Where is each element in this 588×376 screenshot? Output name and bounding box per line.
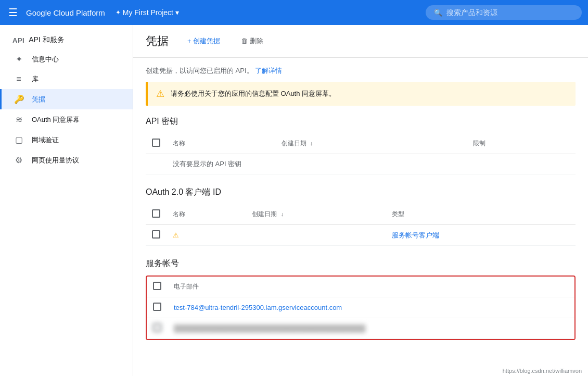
- sidebar-item-label: 信息中心: [32, 55, 59, 64]
- sidebar-api-label: API: [12, 36, 24, 44]
- sidebar-item-label: 凭据: [32, 95, 45, 104]
- sidebar-item-label: 库: [32, 74, 39, 84]
- oauth-col-checkbox: [146, 204, 167, 225]
- oauth-icon: ≋: [14, 115, 23, 124]
- oauth-header-row: 名称 创建日期 ↓ 类型: [146, 204, 576, 225]
- oauth-col-created[interactable]: 创建日期 ↓: [246, 204, 386, 225]
- oauth-row: ⚠ 服务帐号客户端: [146, 225, 576, 246]
- sidebar-item-label: OAuth 同意屏幕: [32, 115, 80, 124]
- api-keys-empty-row: 没有要显示的 API 密钥: [146, 154, 576, 174]
- oauth-clients-table: 名称 创建日期 ↓ 类型: [146, 204, 576, 246]
- sa-row2-email: ████████████████████████████████████████: [168, 318, 574, 339]
- service-accounts-table: 电子邮件 test-784@ultra-tendril-295300.iam.g…: [147, 277, 574, 339]
- footer-url: https://blog.csdn.net/williamvon: [503, 368, 582, 374]
- search-bar[interactable]: 🔍: [426, 5, 582, 20]
- sa-select-all-checkbox[interactable]: [153, 282, 161, 290]
- api-keys-table: 名称 创建日期 ↓ 限制: [146, 133, 576, 174]
- topbar-logo: Google Cloud Platform: [26, 8, 105, 17]
- api-keys-section: API 密钥 名称 创建日期 ↓: [146, 116, 576, 174]
- delete-button[interactable]: 🗑 删除: [235, 33, 270, 49]
- learn-more-link[interactable]: 了解详情: [255, 67, 282, 74]
- domain-verify-icon: ▢: [14, 135, 23, 145]
- sa-col-checkbox: [147, 277, 168, 297]
- sidebar-item-info-center[interactable]: ✦ 信息中心: [0, 49, 133, 69]
- api-keys-empty-message: 没有要显示的 API 密钥: [167, 154, 576, 174]
- sidebar-item-domain-verify[interactable]: ▢ 网域验证: [0, 130, 133, 150]
- service-accounts-title: 服务帐号: [146, 258, 576, 269]
- search-icon: 🔍: [434, 9, 442, 17]
- sidebar-item-library[interactable]: ≡ 库: [0, 69, 133, 89]
- oauth-clients-title: OAuth 2.0 客户端 ID: [146, 187, 576, 198]
- main-content: 凭据 + 创建凭据 🗑 删除 创建凭据，以访问您已启用的 API。 了解详情 ⚠…: [133, 25, 588, 376]
- sidebar-item-credentials[interactable]: 🔑 凭据: [0, 89, 133, 109]
- oauth-row-name: ⚠: [167, 225, 246, 246]
- api-keys-header-row: 名称 创建日期 ↓ 限制: [146, 133, 576, 154]
- layout: API API 和服务 ✦ 信息中心 ≡ 库 🔑 凭据 ≋ OAuth 同意屏幕…: [0, 25, 588, 376]
- oauth-col-type: 类型: [386, 204, 576, 225]
- project-selector[interactable]: ✦ My First Project ▾: [111, 6, 183, 19]
- api-keys-col-restriction: 限制: [467, 133, 576, 154]
- project-dropdown-icon: ▾: [175, 8, 179, 17]
- oauth-select-all-checkbox[interactable]: [152, 209, 160, 218]
- sidebar-item-page-usage[interactable]: ⚙ 网页使用量协议: [0, 150, 133, 170]
- page-usage-icon: ⚙: [14, 155, 23, 165]
- api-keys-select-all-checkbox[interactable]: [152, 139, 160, 147]
- topbar: ☰ Google Cloud Platform ✦ My First Proje…: [0, 0, 588, 25]
- service-accounts-header-row: 电子邮件: [147, 277, 574, 297]
- create-credentials-button[interactable]: + 创建凭据: [181, 33, 226, 49]
- page-title: 凭据: [146, 33, 169, 49]
- page-header: 凭据 + 创建凭据 🗑 删除: [133, 25, 588, 58]
- oauth-row-created: [246, 225, 386, 246]
- oauth-row-checkbox[interactable]: [152, 230, 160, 239]
- sidebar-header: API API 和服务: [0, 29, 133, 49]
- warning-text: 请务必使用关于您的应用的信息配置 OAuth 同意屏幕。: [171, 89, 336, 98]
- sidebar-title: API 和服务: [29, 35, 64, 45]
- sort-icon: ↓: [310, 140, 313, 146]
- info-text: 创建凭据，以访问您已启用的 API。 了解详情: [146, 66, 576, 76]
- library-icon: ≡: [14, 74, 23, 84]
- menu-icon[interactable]: ☰: [6, 4, 20, 21]
- sa-col-email: 电子邮件: [168, 277, 574, 297]
- project-dots: ✦: [116, 9, 121, 16]
- project-name: My First Project: [123, 8, 173, 17]
- credentials-icon: 🔑: [14, 94, 23, 104]
- service-accounts-section: 服务帐号 电子邮件: [146, 258, 576, 340]
- service-account-row-1: test-784@ultra-tendril-295300.iam.gservi…: [147, 297, 574, 318]
- footer-bar: https://blog.csdn.net/williamvon: [496, 366, 588, 376]
- content-area: 创建凭据，以访问您已启用的 API。 了解详情 ⚠ 请务必使用关于您的应用的信息…: [133, 58, 588, 361]
- info-center-icon: ✦: [14, 54, 23, 64]
- oauth-row-type: 服务帐号客户端: [386, 225, 576, 246]
- sa-email-link[interactable]: test-784@ultra-tendril-295300.iam.gservi…: [174, 304, 342, 311]
- sidebar: API API 和服务 ✦ 信息中心 ≡ 库 🔑 凭据 ≋ OAuth 同意屏幕…: [0, 25, 133, 376]
- oauth-clients-section: OAuth 2.0 客户端 ID 名称 创建日期 ↓: [146, 187, 576, 246]
- api-keys-col-created[interactable]: 创建日期 ↓: [275, 133, 467, 154]
- warning-icon: ⚠: [156, 88, 164, 99]
- oauth-sort-icon: ↓: [281, 211, 284, 217]
- search-input[interactable]: [446, 8, 573, 17]
- api-keys-title: API 密钥: [146, 116, 576, 127]
- oauth-col-name: 名称: [167, 204, 246, 225]
- warning-banner: ⚠ 请务必使用关于您的应用的信息配置 OAuth 同意屏幕。: [146, 82, 576, 106]
- sa-row2-checkbox[interactable]: [153, 323, 161, 332]
- logo-title: Google Cloud Platform: [26, 8, 105, 17]
- sidebar-item-label: 网域验证: [32, 135, 59, 145]
- service-account-row-2: ████████████████████████████████████████: [147, 318, 574, 339]
- sa-row1-email: test-784@ultra-tendril-295300.iam.gservi…: [168, 297, 574, 318]
- api-keys-col-checkbox: [146, 133, 167, 154]
- sidebar-item-label: 网页使用量协议: [32, 156, 79, 165]
- api-keys-col-name: 名称: [167, 133, 275, 154]
- sa-row1-checkbox[interactable]: [153, 303, 161, 311]
- sidebar-item-oauth[interactable]: ≋ OAuth 同意屏幕: [0, 109, 133, 130]
- service-accounts-box: 电子邮件 test-784@ultra-tendril-295300.iam.g…: [146, 275, 576, 340]
- oauth-warning-icon: ⚠: [173, 231, 179, 239]
